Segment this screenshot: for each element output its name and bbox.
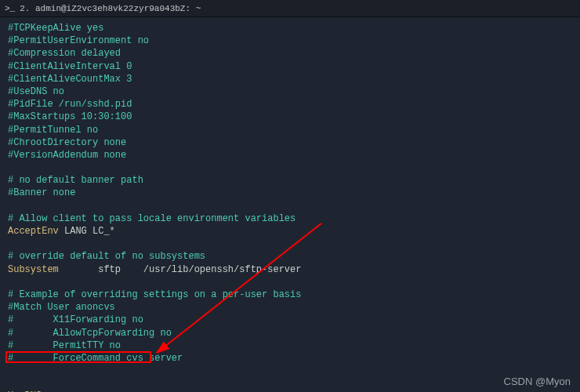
terminal-line: #Banner none	[8, 187, 572, 199]
terminal-text: # override default of no subsystems	[8, 251, 205, 262]
terminal-text: LANG LC_*	[59, 226, 115, 237]
terminal-icon: >_	[5, 4, 15, 13]
terminal-line	[8, 200, 572, 212]
terminal-line	[8, 238, 572, 250]
terminal-text: # X11Forwarding no	[8, 314, 143, 325]
terminal-text: #ChrootDirectory none	[8, 137, 126, 148]
terminal-text: #Banner none	[8, 187, 75, 198]
terminal-text: # ForceCommand cvs server	[8, 353, 183, 364]
terminal-line: AcceptEnv LANG LC_*	[8, 225, 572, 238]
terminal-line: Subsystem sftp /usr/lib/openssh/sftp-ser…	[8, 263, 572, 276]
terminal-line: #VersionAddendum none	[8, 149, 572, 162]
terminal-text	[8, 277, 13, 288]
terminal-line: #PidFile /run/sshd.pid	[8, 98, 572, 111]
terminal-viewport[interactable]: #TCPKeepAlive yes#PermitUserEnvironment …	[0, 17, 580, 392]
terminal-text: #MaxStartups 10:30:100	[8, 111, 132, 122]
terminal-line: #PermitUserEnvironment no	[8, 34, 572, 47]
terminal-text: #PidFile /run/sshd.pid	[8, 99, 132, 110]
terminal-line: #Match User anoncvs	[8, 301, 572, 314]
terminal-line	[8, 365, 572, 377]
terminal-text: #ClientAliveInterval 0	[8, 61, 132, 72]
terminal-text: #Compression delayed	[8, 48, 121, 59]
terminal-text	[8, 201, 13, 212]
terminal-line: # AllowTcpForwarding no	[8, 327, 572, 339]
terminal-line: # ForceCommand cvs server	[8, 352, 572, 365]
terminal-line	[8, 162, 572, 174]
terminal-line: #TCPKeepAlive yes	[8, 22, 572, 34]
terminal-text: # Allow client to pass locale environmen…	[8, 213, 295, 224]
terminal-text: #ClientAliveCountMax 3	[8, 74, 132, 85]
terminal-text: # PermitTTY no	[8, 340, 121, 351]
terminal-line: # X11Forwarding no	[8, 314, 572, 326]
terminal-line: #ChrootDirectory none	[8, 136, 572, 149]
terminal-line: #Compression delayed	[8, 47, 572, 60]
terminal-line: # override default of no subsystems	[8, 250, 572, 263]
terminal-line: #PermitTunnel no	[8, 124, 572, 136]
terminal-text: #PermitUserEnvironment no	[8, 35, 149, 46]
terminal-text: Subsystem	[8, 264, 59, 275]
terminal-text: #UseDNS no	[8, 86, 64, 97]
terminal-text: sftp /usr/lib/openssh/sftp-server	[59, 264, 302, 275]
terminal-text	[8, 238, 13, 249]
terminal-text: #Match User anoncvs	[8, 302, 115, 313]
terminal-text	[8, 365, 13, 376]
terminal-text: AcceptEnv	[8, 226, 59, 237]
terminal-line: # Allow client to pass locale environmen…	[8, 212, 572, 225]
terminal-text	[8, 378, 13, 389]
window-titlebar[interactable]: >_ 2. admin@iZ2vc3eh8vk22zyr9a043bZ: ~	[0, 0, 580, 17]
terminal-text: #VersionAddendum none	[8, 150, 126, 161]
window-title: 2. admin@iZ2vc3eh8vk22zyr9a043bZ: ~	[20, 4, 201, 13]
terminal-text: # Example of overriding settings on a pe…	[8, 289, 301, 300]
terminal-line	[8, 276, 572, 289]
terminal-text: #PermitTunnel no	[8, 125, 98, 136]
terminal-line: # Example of overriding settings on a pe…	[8, 289, 572, 301]
terminal-line	[8, 377, 572, 390]
terminal-line: #ClientAliveCountMax 3	[8, 73, 572, 85]
terminal-line: # PermitTTY no	[8, 339, 572, 352]
terminal-text: #TCPKeepAlive yes	[8, 23, 103, 34]
terminal-line: #UseDNS no	[8, 85, 572, 98]
terminal-text: # AllowTcpForwarding no	[8, 328, 172, 339]
terminal-line: # no default banner path	[8, 174, 572, 187]
terminal-text	[8, 162, 13, 173]
terminal-line: #ClientAliveInterval 0	[8, 60, 572, 73]
terminal-line: #MaxStartups 10:30:100	[8, 111, 572, 123]
terminal-text: # no default banner path	[8, 175, 143, 186]
watermark: CSDN @Myon	[504, 376, 571, 387]
